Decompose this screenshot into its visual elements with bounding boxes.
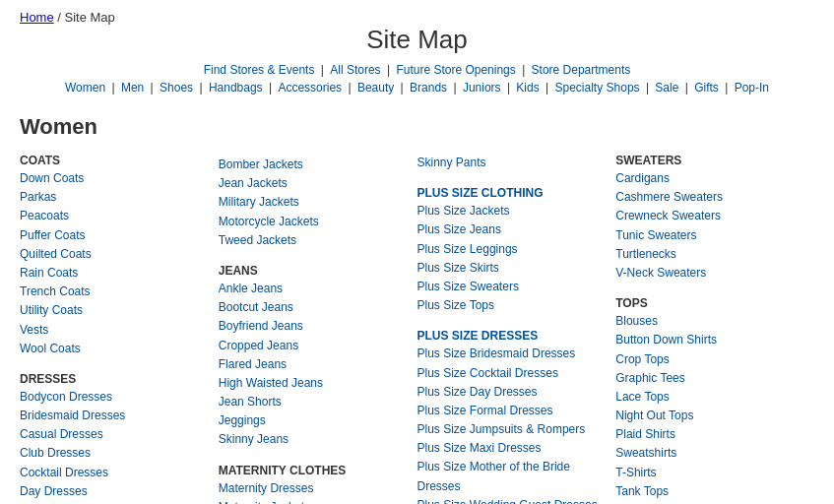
turtlenecks-link[interactable]: Turtlenecks: [615, 245, 804, 264]
nav-men[interactable]: Men: [121, 81, 144, 94]
crop-tops-link[interactable]: Crop Tops: [615, 350, 804, 369]
top-navigation: Find Stores & Events | All Stores | Futu…: [20, 63, 814, 77]
tank-tops-link[interactable]: Tank Tops: [615, 482, 804, 501]
find-stores-link[interactable]: Find Stores & Events: [204, 63, 315, 77]
skinny-pants-link[interactable]: Skinny Pants: [417, 154, 607, 172]
down-coats-link[interactable]: Down Coats: [20, 169, 209, 188]
plus-size-tops-link[interactable]: Plus Size Tops: [417, 296, 607, 315]
plus-size-leggings-link[interactable]: Plus Size Leggings: [417, 240, 607, 259]
nav-gifts[interactable]: Gifts: [694, 81, 719, 94]
jean-shorts-link[interactable]: Jean Shorts: [219, 393, 408, 411]
store-departments-link[interactable]: Store Departments: [532, 63, 631, 77]
nav-shoes[interactable]: Shoes: [160, 81, 193, 94]
all-stores-link[interactable]: All Stores: [330, 63, 380, 77]
crewneck-sweaters-link[interactable]: Crewneck Sweaters: [615, 207, 804, 225]
breadcrumb: Home / Site Map: [20, 10, 814, 25]
cocktail-dresses-link[interactable]: Cocktail Dresses: [20, 464, 209, 482]
nav-kids[interactable]: Kids: [516, 81, 539, 94]
page-title: Site Map: [20, 25, 814, 55]
women-heading: Women: [20, 114, 814, 140]
plaid-shirts-link[interactable]: Plaid Shirts: [615, 425, 804, 444]
maternity-dresses-link[interactable]: Maternity Dresses: [219, 479, 408, 498]
plus-size-sweaters-link[interactable]: Plus Size Sweaters: [417, 278, 607, 296]
jean-jackets-link[interactable]: Jean Jackets: [219, 174, 408, 193]
button-down-shirts-link[interactable]: Button Down Shirts: [615, 331, 804, 349]
jackets-section: Bomber Jackets Jean Jackets Military Jac…: [219, 156, 408, 250]
column-2: Bomber Jackets Jean Jackets Military Jac…: [219, 154, 417, 504]
skinny-jeans-link[interactable]: Skinny Jeans: [219, 430, 408, 449]
nav-sale[interactable]: Sale: [655, 81, 678, 94]
coats-header: COATS: [20, 154, 209, 167]
rain-coats-link[interactable]: Rain Coats: [20, 264, 209, 283]
day-dresses-link[interactable]: Day Dresses: [20, 482, 209, 501]
nav-specialty[interactable]: Specialty Shops: [555, 81, 640, 94]
jeggings-link[interactable]: Jeggings: [219, 411, 408, 430]
quilted-coats-link[interactable]: Quilted Coats: [20, 245, 209, 264]
plus-size-clothing-header[interactable]: PLUS SIZE CLOTHING: [417, 186, 607, 200]
bodycon-dresses-link[interactable]: Bodycon Dresses: [20, 388, 209, 407]
plus-size-bridesmaid-link[interactable]: Plus Size Bridesmaid Dresses: [417, 345, 607, 363]
home-link[interactable]: Home: [20, 10, 54, 25]
plus-size-cocktail-link[interactable]: Plus Size Cocktail Dresses: [417, 364, 607, 383]
bridesmaid-dresses-link[interactable]: Bridesmaid Dresses: [20, 407, 209, 425]
v-neck-sweaters-link[interactable]: V-Neck Sweaters: [615, 264, 804, 283]
plus-size-wedding-link[interactable]: Plus Size Wedding Guest Dresses: [417, 496, 607, 504]
boyfriend-jeans-link[interactable]: Boyfriend Jeans: [219, 317, 408, 336]
tops-header: TOPS: [615, 296, 804, 310]
plus-size-mother-link[interactable]: Plus Size Mother of the Bride Dresses: [417, 458, 607, 495]
trench-coats-link[interactable]: Trench Coats: [20, 283, 209, 301]
plus-size-jumpsuits-link[interactable]: Plus Size Jumpsuits & Rompers: [417, 420, 607, 439]
nav-beauty[interactable]: Beauty: [357, 81, 394, 94]
plus-size-jackets-link[interactable]: Plus Size Jackets: [417, 202, 607, 220]
utility-coats-link[interactable]: Utility Coats: [20, 301, 209, 320]
peacoats-link[interactable]: Peacoats: [20, 207, 209, 225]
bootcut-jeans-link[interactable]: Bootcut Jeans: [219, 298, 408, 317]
blouses-link[interactable]: Blouses: [615, 312, 804, 331]
motorcycle-jackets-link[interactable]: Motorcycle Jackets: [219, 213, 408, 231]
column-1: COATS Down Coats Parkas Peacoats Puffer …: [20, 154, 219, 504]
parkas-link[interactable]: Parkas: [20, 188, 209, 207]
t-shirts-link[interactable]: T-Shirts: [615, 464, 804, 482]
sweaters-section: SWEATERS Cardigans Cashmere Sweaters Cre…: [615, 154, 804, 283]
content-columns: COATS Down Coats Parkas Peacoats Puffer …: [20, 154, 814, 504]
wool-coats-link[interactable]: Wool Coats: [20, 340, 209, 358]
cashmere-sweaters-link[interactable]: Cashmere Sweaters: [615, 188, 804, 207]
plus-size-maxi-link[interactable]: Plus Size Maxi Dresses: [417, 439, 607, 458]
maternity-header: MATERNITY CLOTHES: [219, 464, 408, 477]
plus-size-dresses-header[interactable]: PLUS SIZE DRESSES: [417, 329, 607, 343]
military-jackets-link[interactable]: Military Jackets: [219, 193, 408, 212]
tweed-jackets-link[interactable]: Tweed Jackets: [219, 231, 408, 250]
graphic-tees-link[interactable]: Graphic Tees: [615, 369, 804, 388]
plus-size-formal-link[interactable]: Plus Size Formal Dresses: [417, 402, 607, 420]
sweaters-header: SWEATERS: [615, 154, 804, 167]
nav-juniors[interactable]: Juniors: [463, 81, 501, 94]
section-navigation: Women | Men | Shoes | Handbags | Accesso…: [20, 81, 814, 94]
maternity-jackets-link[interactable]: Maternity Jackets: [219, 498, 408, 504]
nav-accessories[interactable]: Accessories: [278, 81, 342, 94]
bomber-jackets-link[interactable]: Bomber Jackets: [219, 156, 408, 174]
high-waisted-jeans-link[interactable]: High Waisted Jeans: [219, 374, 408, 393]
club-dresses-link[interactable]: Club Dresses: [20, 444, 209, 463]
nav-handbags[interactable]: Handbags: [209, 81, 263, 94]
nav-women[interactable]: Women: [65, 81, 105, 94]
night-out-tops-link[interactable]: Night Out Tops: [615, 407, 804, 425]
lace-tops-link[interactable]: Lace Tops: [615, 388, 804, 407]
column-4: SWEATERS Cardigans Cashmere Sweaters Cre…: [615, 154, 814, 504]
cardigans-link[interactable]: Cardigans: [615, 169, 804, 188]
flared-jeans-link[interactable]: Flared Jeans: [219, 355, 408, 374]
vests-link[interactable]: Vests: [20, 321, 209, 340]
future-store-link[interactable]: Future Store Openings: [396, 63, 515, 77]
plus-size-jeans-link[interactable]: Plus Size Jeans: [417, 220, 607, 239]
tunic-sweaters-link[interactable]: Tunic Sweaters: [615, 226, 804, 245]
jeans-section: JEANS Ankle Jeans Bootcut Jeans Boyfrien…: [219, 264, 408, 450]
plus-size-dresses-section: PLUS SIZE DRESSES Plus Size Bridesmaid D…: [417, 329, 607, 504]
nav-brands[interactable]: Brands: [410, 81, 447, 94]
plus-size-day-link[interactable]: Plus Size Day Dresses: [417, 383, 607, 402]
plus-size-skirts-link[interactable]: Plus Size Skirts: [417, 259, 607, 278]
sweatshirts-link[interactable]: Sweatshirts: [615, 444, 804, 463]
nav-pop-in[interactable]: Pop-In: [735, 81, 769, 94]
ankle-jeans-link[interactable]: Ankle Jeans: [219, 280, 408, 298]
cropped-jeans-link[interactable]: Cropped Jeans: [219, 337, 408, 355]
puffer-coats-link[interactable]: Puffer Coats: [20, 226, 209, 245]
casual-dresses-link[interactable]: Casual Dresses: [20, 425, 209, 444]
